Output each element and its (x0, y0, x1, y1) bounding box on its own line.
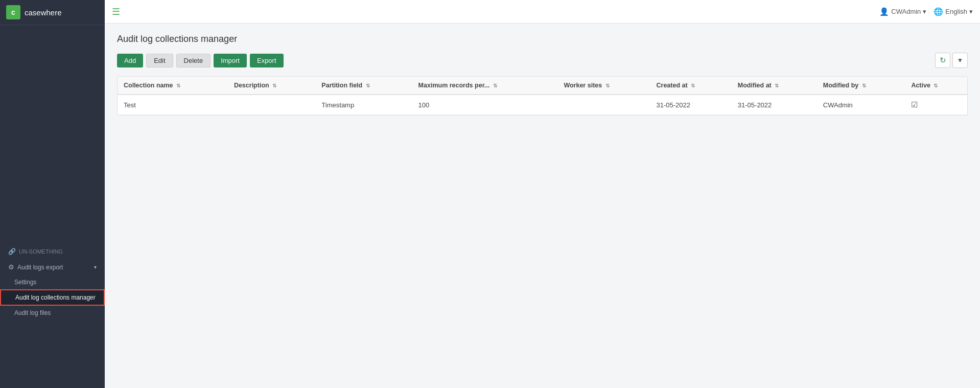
link-icon: 🔗 (8, 248, 16, 255)
table-header-row: Collection name ⇅ Description ⇅ Partitio… (118, 77, 967, 95)
cell-collection-name: Test (118, 95, 228, 115)
cell-partition-field: Timestamp (315, 95, 412, 115)
sidebar-item-5[interactable] (0, 90, 105, 106)
col-modified-by[interactable]: Modified by ⇅ (817, 77, 905, 95)
sort-icon-partition-field: ⇅ (366, 83, 370, 88)
sidebar-item-10[interactable] (0, 167, 105, 182)
export-button[interactable]: Export (250, 54, 284, 67)
filter-button[interactable]: ▼ (952, 53, 968, 68)
col-active[interactable]: Active ⇅ (905, 77, 967, 95)
col-max-records[interactable]: Maximum records per... ⇅ (412, 77, 558, 95)
topbar-right: 👤 CWAdmin ▾ 🌐 English ▾ (879, 7, 973, 16)
language-menu[interactable]: 🌐 English ▾ (934, 7, 973, 16)
cell-created-at: 31-05-2022 (650, 95, 732, 115)
col-modified-by-label: Modified by (823, 82, 858, 89)
sort-icon-description: ⇅ (272, 83, 276, 88)
cell-modified-at: 31-05-2022 (732, 95, 817, 115)
filter-icon: ▼ (957, 57, 963, 64)
col-created-at-label: Created at (657, 82, 688, 89)
table-header: Collection name ⇅ Description ⇅ Partitio… (118, 77, 967, 95)
sidebar-item-12[interactable] (0, 198, 105, 213)
main-area: ☰ 👤 CWAdmin ▾ 🌐 English ▾ Audit log coll… (105, 0, 980, 388)
sidebar-logo: c casewhere (0, 0, 105, 25)
col-description[interactable]: Description ⇅ (228, 77, 315, 95)
toolbar-left: Add Edit Delete Import Export (117, 54, 284, 67)
table-body: Test Timestamp 100 31-05-2022 31-05-2022… (118, 95, 967, 115)
sidebar-section-audit-logs-export[interactable]: ⚙ Audit logs export ▾ (0, 259, 105, 275)
sort-icon-modified-by: ⇅ (862, 83, 866, 88)
page-title: Audit log collections manager (117, 34, 968, 44)
col-partition-field[interactable]: Partition field ⇅ (315, 77, 412, 95)
sidebar-item-2[interactable] (0, 44, 105, 60)
col-active-label: Active (911, 82, 930, 89)
col-description-label: Description (234, 82, 269, 89)
content-area: Audit log collections manager Add Edit D… (105, 24, 980, 388)
lang-label: English (945, 8, 967, 15)
col-worker-sites-label: Worker sites (564, 82, 602, 89)
sidebar-section-label: Audit logs export (17, 264, 63, 271)
topbar: ☰ 👤 CWAdmin ▾ 🌐 English ▾ (105, 0, 980, 24)
sidebar-item-4[interactable] (0, 75, 105, 90)
cell-description (228, 95, 315, 115)
sort-icon-max-records: ⇅ (493, 83, 497, 88)
collections-table: Collection name ⇅ Description ⇅ Partitio… (118, 77, 967, 115)
sidebar-item-13[interactable] (0, 213, 105, 229)
cell-active: ☑ (905, 95, 967, 115)
toolbar-right: ↻ ▼ (935, 53, 968, 68)
gear-icon: ⚙ (8, 263, 14, 271)
user-icon: 👤 (879, 7, 889, 16)
logo-icon: c (6, 5, 20, 19)
sidebar-item-1[interactable] (0, 29, 105, 44)
user-label: CWAdmin (891, 8, 921, 15)
sidebar-item-7[interactable] (0, 121, 105, 136)
sidebar-sub-item-audit-log-files[interactable]: Audit log files (0, 306, 105, 320)
cell-max-records: 100 (412, 95, 558, 115)
col-worker-sites[interactable]: Worker sites ⇅ (557, 77, 650, 95)
col-partition-field-label: Partition field (321, 82, 362, 89)
active-checkbox: ☑ (911, 100, 918, 109)
topbar-left: ☰ (112, 6, 120, 17)
sort-icon-collection-name: ⇅ (176, 83, 180, 88)
user-dropdown-icon: ▾ (923, 8, 926, 15)
import-button[interactable]: Import (214, 54, 247, 67)
hamburger-icon[interactable]: ☰ (112, 6, 120, 17)
cell-modified-by: CWAdmin (817, 95, 905, 115)
sidebar-item-8[interactable] (0, 136, 105, 152)
add-button[interactable]: Add (117, 54, 143, 67)
lang-dropdown-icon: ▾ (969, 8, 973, 15)
delete-button[interactable]: Delete (176, 54, 211, 67)
sidebar-item-3[interactable] (0, 60, 105, 75)
col-modified-at-label: Modified at (738, 82, 772, 89)
col-modified-at[interactable]: Modified at ⇅ (732, 77, 817, 95)
sort-icon-active: ⇅ (934, 83, 938, 88)
chevron-down-icon: ▾ (94, 264, 97, 270)
sidebar-sub-item-audit-log-collections-manager[interactable]: Audit log collections manager (0, 289, 105, 306)
sidebar-sub-item-settings[interactable]: Settings (0, 275, 105, 289)
sidebar-item-6[interactable] (0, 106, 105, 121)
sort-icon-worker-sites: ⇅ (605, 83, 610, 88)
logo-text: casewhere (25, 8, 62, 17)
toolbar: Add Edit Delete Import Export ↻ ▼ (117, 53, 968, 68)
col-collection-name-label: Collection name (124, 82, 173, 89)
globe-icon: 🌐 (934, 7, 943, 16)
edit-button[interactable]: Edit (146, 54, 173, 67)
sidebar-nav: 🔗 UN-SOMETHING ⚙ Audit logs export ▾ Set… (0, 25, 105, 388)
refresh-icon: ↻ (940, 56, 946, 65)
refresh-button[interactable]: ↻ (935, 53, 950, 68)
sidebar-bottom-label[interactable]: 🔗 UN-SOMETHING (0, 244, 105, 259)
cell-worker-sites (557, 95, 650, 115)
col-created-at[interactable]: Created at ⇅ (650, 77, 732, 95)
table-row[interactable]: Test Timestamp 100 31-05-2022 31-05-2022… (118, 95, 967, 115)
sidebar-label-text: UN-SOMETHING (19, 248, 63, 255)
data-table: Collection name ⇅ Description ⇅ Partitio… (117, 76, 968, 116)
sidebar: c casewhere 🔗 UN-SOMETHING ⚙ Audit logs … (0, 0, 105, 388)
col-max-records-label: Maximum records per... (418, 82, 490, 89)
sort-icon-created-at: ⇅ (691, 83, 695, 88)
sort-icon-modified-at: ⇅ (775, 83, 779, 88)
sidebar-item-11[interactable] (0, 182, 105, 198)
user-menu[interactable]: 👤 CWAdmin ▾ (879, 7, 926, 16)
sidebar-item-14[interactable] (0, 229, 105, 244)
logo-letter: c (11, 8, 15, 16)
col-collection-name[interactable]: Collection name ⇅ (118, 77, 228, 95)
sidebar-item-9[interactable] (0, 152, 105, 167)
